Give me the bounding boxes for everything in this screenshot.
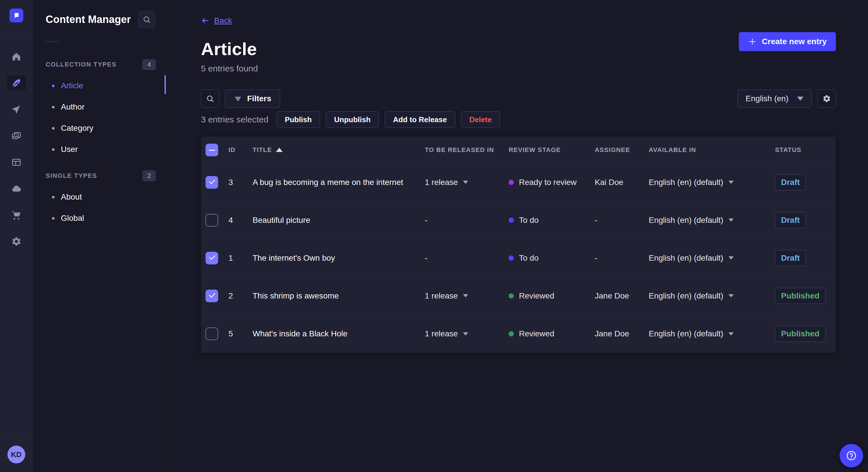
user-avatar[interactable]: KD: [7, 446, 25, 463]
status-badge: Draft: [775, 250, 806, 266]
table-row[interactable]: 4Beautiful picture-To do-English (en) (d…: [201, 201, 836, 239]
locale-dropdown[interactable]: English (en) (default): [649, 216, 775, 225]
media-library-icon[interactable]: [7, 128, 26, 144]
column-header-title[interactable]: TITLE: [253, 146, 425, 154]
subnav-divider: [45, 41, 59, 42]
chevron-down-icon: [728, 181, 734, 184]
release-dropdown[interactable]: 1 release: [425, 178, 508, 187]
entries-table: IDTITLETO BE RELEASED INREVIEW STAGEASSI…: [201, 136, 836, 353]
chevron-down-icon: [728, 218, 734, 222]
table-row[interactable]: 2This shrimp is awesome1 releaseReviewed…: [201, 277, 836, 315]
row-checkbox[interactable]: [206, 290, 218, 302]
sidebar-item-category[interactable]: Category: [33, 117, 166, 139]
help-button[interactable]: [840, 444, 863, 467]
search-entries-button[interactable]: [201, 90, 219, 108]
stage-dot-icon: [508, 331, 514, 336]
filter-icon: [234, 95, 242, 103]
gear-icon: [823, 94, 831, 103]
sidebar-item-label: Global: [61, 214, 84, 223]
bullet-icon: [52, 127, 55, 130]
title-cell: Beautiful picture: [253, 216, 425, 225]
chevron-down-icon: [728, 294, 734, 297]
selection-actions: PublishUnpublishAdd to ReleaseDelete: [276, 111, 500, 128]
strapi-admin: KD Content Manager COLLECTION TYPES4Arti…: [0, 0, 868, 472]
release-dropdown[interactable]: 1 release: [425, 291, 508, 301]
locale-dropdown[interactable]: English (en) (default): [649, 291, 775, 301]
sidebar-item-article[interactable]: Article: [33, 75, 166, 96]
create-new-entry-button[interactable]: Create new entry: [739, 32, 836, 51]
sidebar-item-global[interactable]: Global: [33, 208, 166, 229]
sidebar-item-user[interactable]: User: [33, 139, 166, 160]
id-cell: 4: [228, 216, 253, 225]
publish-button[interactable]: Publish: [276, 111, 320, 128]
release-cell: -: [425, 216, 508, 225]
filters-button[interactable]: Filters: [225, 90, 280, 108]
row-checkbox[interactable]: [206, 176, 218, 189]
assignee-cell: Jane Doe: [595, 329, 649, 338]
review-stage-cell: Reviewed: [508, 329, 595, 338]
view-settings-button[interactable]: [817, 90, 836, 108]
assignee-cell: -: [595, 216, 649, 225]
select-all-checkbox[interactable]: [206, 144, 218, 156]
cloud-icon[interactable]: [7, 181, 26, 196]
row-checkbox[interactable]: [206, 214, 218, 227]
subnav-section: COLLECTION TYPES4ArticleAuthorCategoryUs…: [33, 59, 166, 160]
unpublish-button[interactable]: Unpublish: [326, 111, 379, 128]
home-icon[interactable]: [7, 49, 26, 65]
chevron-down-icon: [797, 97, 803, 101]
locale-select[interactable]: English (en): [737, 90, 812, 108]
content-manager-icon[interactable]: [7, 75, 26, 91]
selection-summary: 3 entries selected: [201, 115, 268, 125]
locale-dropdown[interactable]: English (en) (default): [649, 329, 775, 338]
subnav-sections: COLLECTION TYPES4ArticleAuthorCategoryUs…: [33, 59, 166, 229]
sort-ascending-icon: [276, 148, 283, 152]
column-header-id: ID: [228, 146, 253, 154]
locale-dropdown[interactable]: English (en) (default): [649, 178, 775, 187]
sidebar-item-author[interactable]: Author: [33, 96, 166, 117]
sidebar-item-label: User: [61, 145, 78, 154]
add-to-release-button[interactable]: Add to Release: [384, 111, 455, 128]
rail-bottom: KD: [0, 438, 32, 472]
table-row[interactable]: 3A bug is becoming a meme on the interne…: [201, 164, 836, 201]
releases-icon[interactable]: [7, 102, 26, 117]
column-header-available-in: AVAILABLE IN: [649, 146, 775, 154]
row-checkbox[interactable]: [206, 252, 218, 264]
release-dropdown[interactable]: 1 release: [425, 329, 508, 338]
chevron-down-icon: [728, 256, 734, 260]
table-row[interactable]: 1The internet's Own boy-To do-English (e…: [201, 239, 836, 277]
id-cell: 3: [228, 178, 253, 187]
content-manager-subnav: Content Manager COLLECTION TYPES4Article…: [33, 0, 166, 472]
settings-icon[interactable]: [7, 234, 26, 249]
row-checkbox[interactable]: [206, 328, 218, 340]
strapi-logo[interactable]: [9, 9, 23, 22]
column-header-assignee: ASSIGNEE: [595, 146, 649, 154]
id-cell: 1: [228, 254, 253, 263]
status-badge: Draft: [775, 212, 806, 228]
subnav-search-button[interactable]: [138, 11, 155, 28]
back-link[interactable]: Back: [201, 16, 232, 25]
stage-dot-icon: [508, 256, 514, 261]
section-count-badge: 2: [143, 170, 156, 181]
table-row[interactable]: 5What's inside a Black Hole1 releaseRevi…: [201, 315, 836, 353]
arrow-left-icon: [201, 16, 210, 25]
content-type-builder-icon[interactable]: [7, 155, 26, 170]
plus-icon: [748, 37, 756, 46]
marketplace-icon[interactable]: [7, 207, 26, 223]
review-stage-cell: Reviewed: [508, 291, 595, 301]
section-count-badge: 4: [143, 59, 156, 70]
table-header-row: IDTITLETO BE RELEASED INREVIEW STAGEASSI…: [201, 136, 836, 164]
subnav-title: Content Manager: [45, 13, 131, 26]
bullet-icon: [52, 85, 55, 87]
bullet-icon: [52, 106, 55, 108]
locale-value: English (en): [746, 94, 788, 103]
title-cell: A bug is becoming a meme on the internet: [253, 178, 425, 187]
sidebar-item-about[interactable]: About: [33, 187, 166, 208]
bullet-icon: [52, 148, 55, 151]
stage-dot-icon: [508, 293, 514, 299]
active-item-indicator: [164, 75, 166, 94]
locale-dropdown[interactable]: English (en) (default): [649, 254, 775, 263]
status-cell: Published: [775, 326, 836, 342]
selection-toolbar: 3 entries selected PublishUnpublishAdd t…: [201, 111, 836, 128]
rail-divider: [0, 34, 33, 35]
delete-button[interactable]: Delete: [461, 111, 500, 128]
